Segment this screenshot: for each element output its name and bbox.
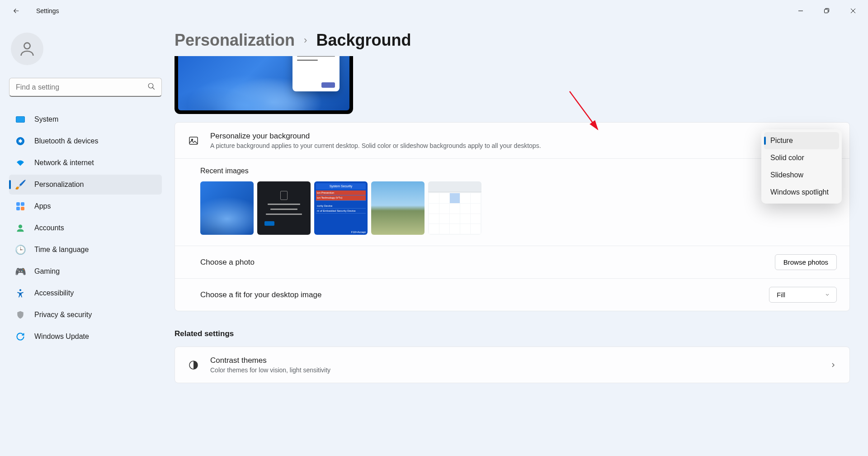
search-icon [147, 82, 156, 92]
preview-window-mock [292, 56, 340, 91]
recent-thumb-5[interactable] [428, 181, 481, 235]
dropdown-option-picture[interactable]: Picture [764, 132, 839, 149]
apps-icon [15, 201, 25, 211]
close-button[interactable] [840, 2, 866, 20]
nav-label: Accessibility [34, 289, 74, 297]
nav-privacy[interactable]: Privacy & security [9, 305, 162, 325]
nav-accessibility[interactable]: Accessibility [9, 283, 162, 303]
maximize-button[interactable] [814, 2, 840, 20]
main-content: Personalization › Background [167, 22, 868, 456]
svg-rect-10 [189, 137, 198, 144]
nav-personalization[interactable]: 🖌️Personalization [9, 175, 162, 195]
shield-icon [15, 310, 25, 320]
back-button[interactable] [7, 2, 25, 20]
choose-fit-label: Choose a fit for your desktop image [200, 290, 321, 299]
paintbrush-icon: 🖌️ [15, 180, 25, 190]
nav-label: Bluetooth & devices [34, 137, 98, 145]
desktop-preview [175, 56, 353, 114]
nav-label: Network & internet [34, 159, 94, 167]
wifi-icon [15, 158, 25, 168]
app-title: Settings [36, 7, 59, 14]
breadcrumb-parent[interactable]: Personalization [175, 31, 295, 50]
nav-apps[interactable]: Apps [9, 196, 162, 216]
fit-select-value: Fill [777, 291, 785, 299]
gamepad-icon: 🎮 [15, 266, 25, 276]
search-box [9, 78, 162, 97]
chevron-down-icon [825, 291, 830, 299]
fit-select[interactable]: Fill [769, 287, 837, 303]
breadcrumb: Personalization › Background [175, 31, 850, 50]
contrast-themes-row[interactable]: Contrast themes Color themes for low vis… [175, 347, 849, 383]
person-icon [15, 223, 25, 233]
svg-point-9 [19, 289, 21, 291]
sidebar: System ✱Bluetooth & devices Network & in… [0, 22, 167, 456]
bluetooth-icon: ✱ [15, 136, 25, 146]
background-card: Personalize your background A picture ba… [175, 122, 850, 311]
contrast-title: Contrast themes [210, 356, 819, 365]
contrast-icon [188, 359, 199, 371]
choose-photo-label: Choose a photo [200, 258, 255, 267]
chevron-right-icon: › [304, 34, 307, 46]
minimize-button[interactable] [788, 2, 814, 20]
related-card: Contrast themes Color themes for low vis… [175, 347, 850, 383]
recent-thumb-2[interactable] [257, 181, 311, 235]
svg-point-6 [148, 83, 153, 88]
browse-photos-button[interactable]: Browse photos [775, 254, 837, 270]
nav-time[interactable]: 🕒Time & language [9, 240, 162, 260]
nav-label: Accounts [34, 224, 64, 232]
svg-rect-2 [825, 10, 828, 13]
svg-line-7 [152, 87, 155, 90]
clock-globe-icon: 🕒 [15, 245, 25, 255]
background-type-dropdown: Picture Solid color Slideshow Windows sp… [761, 129, 842, 204]
nav-gaming[interactable]: 🎮Gaming [9, 261, 162, 281]
nav-label: Time & language [34, 246, 89, 254]
avatar[interactable] [11, 33, 43, 65]
choose-photo-row: Choose a photo Browse photos [175, 246, 849, 279]
nav-label: Apps [34, 202, 51, 210]
nav-bluetooth[interactable]: ✱Bluetooth & devices [9, 131, 162, 151]
nav-label: System [34, 115, 58, 124]
breadcrumb-current: Background [316, 31, 411, 50]
recent-thumb-3[interactable]: System Security ion Prevention ion Techn… [314, 181, 368, 235]
recent-thumb-1[interactable] [200, 181, 254, 235]
recent-thumbnails: System Security ion Prevention ion Techn… [200, 181, 837, 235]
window-controls [788, 2, 866, 20]
contrast-desc: Color themes for low vision, light sensi… [210, 366, 819, 374]
dropdown-option-slideshow[interactable]: Slideshow [764, 166, 839, 184]
dropdown-option-solid-color[interactable]: Solid color [764, 149, 839, 166]
svg-point-5 [24, 43, 30, 49]
choose-fit-row: Choose a fit for your desktop image Fill [175, 279, 849, 311]
sync-icon [15, 332, 25, 342]
chevron-right-icon [830, 361, 837, 369]
personalize-title: Personalize your background [210, 132, 837, 141]
recent-thumb-4[interactable] [371, 181, 425, 235]
recent-images-title: Recent images [200, 167, 837, 175]
nav-label: Windows Update [34, 332, 89, 341]
dropdown-option-spotlight[interactable]: Windows spotlight [764, 184, 839, 201]
nav-label: Privacy & security [34, 311, 92, 319]
nav-update[interactable]: Windows Update [9, 327, 162, 347]
related-settings-title: Related settings [175, 329, 850, 338]
personalize-desc: A picture background applies to your cur… [210, 142, 837, 149]
nav-system[interactable]: System [9, 109, 162, 129]
nav-label: Personalization [34, 180, 84, 189]
nav-network[interactable]: Network & internet [9, 153, 162, 173]
search-input[interactable] [9, 78, 162, 97]
nav-label: Gaming [34, 267, 60, 276]
recent-images-block: Recent images System Security ion Preven… [175, 159, 849, 246]
nav-accounts[interactable]: Accounts [9, 218, 162, 238]
accessibility-icon [15, 288, 25, 298]
titlebar: Settings [0, 0, 868, 22]
svg-point-8 [19, 225, 22, 228]
monitor-icon [15, 114, 25, 124]
personalize-row: Personalize your background A picture ba… [175, 123, 849, 159]
nav-list: System ✱Bluetooth & devices Network & in… [9, 109, 162, 347]
picture-icon [188, 135, 199, 147]
